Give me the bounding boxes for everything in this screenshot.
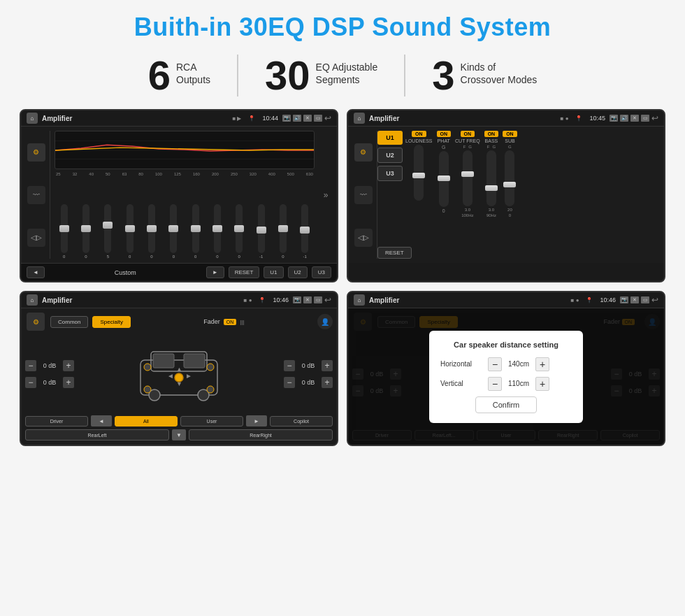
eq-thumb-11[interactable] (278, 225, 288, 232)
db-plus-3[interactable]: + (322, 360, 333, 371)
btn-driver[interactable]: Driver (25, 416, 88, 427)
fader-settings-icon[interactable]: 👤 (317, 314, 333, 329)
eq-expand-btn[interactable]: » (319, 131, 333, 259)
eq-wave-icon[interactable]: 〰 (27, 186, 45, 204)
page-wrapper: Buith-in 30EQ DSP Sound System 6 RCA Out… (0, 0, 685, 616)
eq-status-bar: ⌂ Amplifier ■ ▶ 📍 10:44 📷 🔊 ✕ ▭ ↩ (21, 110, 337, 127)
svg-point-11 (207, 364, 214, 371)
crossover-filter-icon[interactable]: ⚙ (354, 143, 373, 162)
eq-thumb-10[interactable] (257, 227, 266, 234)
back-icon[interactable]: ↩ (324, 113, 331, 123)
phat-on[interactable]: ON (437, 131, 452, 137)
crossover-wave-icon[interactable]: 〰 (354, 186, 373, 204)
db-minus-3[interactable]: − (284, 360, 295, 371)
fader-back-icon[interactable]: ↩ (324, 295, 331, 305)
svg-text:▼: ▼ (176, 380, 182, 387)
vertical-plus-btn[interactable]: + (535, 377, 549, 391)
horizontal-minus-btn[interactable]: − (488, 357, 502, 371)
stat-text-eq: EQ Adjustable Segments (316, 55, 378, 86)
eq-filter-icon[interactable]: ⚙ (27, 143, 45, 162)
crossover-speaker-icon[interactable]: ◁▷ (354, 229, 373, 247)
distance-volume-icon: ✕ (630, 296, 639, 303)
fader-app-title: Amplifier (42, 296, 240, 304)
db-minus-1[interactable]: − (25, 360, 36, 371)
eq-thumb-7[interactable] (191, 225, 201, 232)
fader-status-icons: 📷 ✕ ▭ ↩ (293, 295, 331, 305)
sub-on[interactable]: ON (503, 131, 517, 137)
eq-thumb-4[interactable] (125, 225, 135, 232)
fader-content: ⚙ Common Specialty Fader ON ||| 👤 (21, 308, 337, 445)
prev-preset-btn[interactable]: ◄ (27, 266, 45, 278)
db-plus-2[interactable]: + (63, 377, 74, 388)
distance-app-title: Amplifier (369, 296, 567, 304)
eq-thumb-1[interactable] (59, 225, 69, 232)
eq-speaker-icon[interactable]: ◁▷ (27, 229, 45, 247)
eq-thumb-9[interactable] (234, 225, 244, 232)
reset-btn[interactable]: RESET (229, 266, 260, 278)
vertical-minus-btn[interactable]: − (488, 377, 502, 391)
cutfreq-on[interactable]: ON (461, 131, 475, 137)
btn-user[interactable]: User (180, 416, 243, 427)
horizontal-stepper[interactable]: − 140cm + (488, 357, 549, 371)
distance-home-icon[interactable]: ⌂ (354, 294, 365, 306)
u2-btn[interactable]: U2 (288, 266, 308, 278)
volume-icon: 🔊 (293, 115, 301, 122)
crossover-back-icon[interactable]: ↩ (651, 113, 658, 123)
fader-time: 10:46 (273, 296, 289, 303)
distance-window-icon: ▭ (641, 296, 649, 303)
home-icon[interactable]: ⌂ (27, 113, 38, 124)
loudness-thumb[interactable] (412, 173, 425, 178)
fader-on-badge[interactable]: ON (224, 319, 237, 325)
db-minus-2[interactable]: − (25, 377, 36, 388)
u3-btn[interactable]: U3 (312, 266, 331, 278)
loudness-on[interactable]: ON (412, 131, 426, 137)
fader-filter-icon[interactable]: ⚙ (27, 313, 45, 331)
db-plus-4[interactable]: + (322, 377, 333, 388)
play-btn[interactable]: ► (206, 266, 224, 278)
bass-on[interactable]: ON (484, 131, 499, 137)
eq-time: 10:44 (262, 115, 278, 122)
fader-arrow-left[interactable]: ◄ (91, 415, 112, 427)
distance-content: ⚙ Common Specialty Fader ON 👤 −0 dB+ −0 … (348, 308, 664, 445)
confirm-button[interactable]: Confirm (475, 396, 538, 413)
eq-thumb-8[interactable] (212, 225, 222, 232)
tab-common[interactable]: Common (50, 316, 88, 328)
btn-copilot[interactable]: Copilot (270, 416, 333, 427)
eq-thumb-12[interactable] (300, 227, 310, 234)
db-minus-4[interactable]: − (284, 377, 295, 388)
camera-icon: 📷 (282, 115, 291, 122)
btn-all[interactable]: All (115, 416, 178, 427)
fader-home-icon[interactable]: ⌂ (27, 294, 38, 306)
u1-btn[interactable]: U1 (264, 266, 283, 278)
eq-slider-7: 0 (186, 204, 205, 259)
cutfreq-thumb[interactable] (461, 171, 474, 177)
crossover-home-icon[interactable]: ⌂ (354, 113, 365, 124)
vertical-stepper[interactable]: − 110cm + (488, 377, 549, 391)
btn-rearleft[interactable]: RearLeft (25, 429, 169, 440)
eq-thumb-2[interactable] (81, 225, 91, 232)
cutfreq-label: CUT FREQ (455, 138, 480, 143)
btn-rearright[interactable]: RearRight (189, 429, 333, 440)
eq-slider-11: 0 (273, 204, 292, 259)
svg-point-12 (207, 386, 214, 393)
bass-thumb[interactable] (485, 185, 498, 191)
horizontal-plus-btn[interactable]: + (535, 357, 549, 371)
ctrl-sub: ON SUB G 20 0 (503, 131, 517, 259)
preset-u3[interactable]: U3 (377, 166, 403, 181)
eq-thumb-5[interactable] (147, 225, 157, 232)
crossover-status-icons: 📷 🔊 ✕ ▭ ↩ (610, 113, 658, 123)
fader-arrow-right[interactable]: ► (246, 415, 267, 427)
eq-thumb-3[interactable] (103, 222, 113, 229)
eq-slider-1: 0 (55, 204, 73, 259)
tab-specialty[interactable]: Specialty (92, 316, 130, 328)
fader-down-arrow[interactable]: ▼ (172, 429, 186, 440)
eq-thumb-6[interactable] (168, 225, 178, 232)
preset-u1[interactable]: U1 (377, 131, 403, 145)
eq-sliders: 0 0 5 (55, 178, 315, 259)
distance-back-icon[interactable]: ↩ (651, 295, 658, 305)
sub-thumb[interactable] (503, 182, 516, 187)
db-plus-1[interactable]: + (63, 360, 74, 371)
eq-media-icons: ■ ▶ (232, 115, 241, 122)
preset-u2[interactable]: U2 (377, 148, 403, 163)
phat-thumb[interactable] (438, 176, 450, 181)
